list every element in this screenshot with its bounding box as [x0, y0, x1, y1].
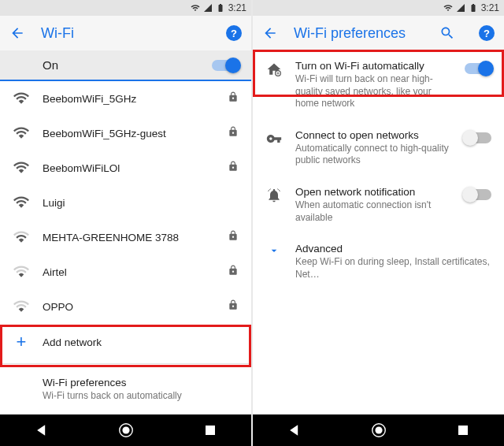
wifi-prefs-title: Wi-Fi preferences — [43, 377, 239, 388]
nav-recent-icon[interactable] — [456, 423, 470, 437]
network-name: Airtel — [43, 266, 215, 278]
add-network-label: Add network — [43, 336, 239, 348]
wifi-signal-icon — [13, 195, 30, 210]
wifi-status-icon — [443, 3, 453, 13]
lock-icon — [228, 299, 239, 314]
pref-sub: Wi-Fi will turn back on near high-qualit… — [295, 73, 452, 110]
svg-rect-6 — [458, 426, 468, 435]
nav-back-icon[interactable] — [34, 422, 50, 438]
status-bar: 3:21 — [253, 0, 504, 16]
nav-back-icon[interactable] — [287, 422, 302, 438]
page-title: Wi-Fi preferences — [294, 25, 424, 42]
phone-left: 3:21 Wi-Fi ? On BeebomWiFi_5GHz BeebomWi… — [0, 0, 251, 446]
lock-icon — [228, 91, 239, 106]
wifi-signal-icon — [13, 91, 30, 106]
lock-icon — [228, 265, 239, 279]
back-icon[interactable] — [262, 25, 278, 41]
network-row[interactable]: BeebomWiFi_5GHz — [0, 81, 251, 116]
network-name: BeebomWiFi_5GHz-guest — [43, 128, 215, 139]
wifi-signal-icon — [13, 299, 30, 314]
nav-bar — [0, 414, 251, 446]
network-name: MEHTA-GREENHOME 3788 — [43, 232, 215, 243]
lock-icon — [228, 230, 239, 244]
svg-point-5 — [376, 426, 383, 433]
divider — [0, 363, 251, 364]
lock-icon — [228, 161, 239, 175]
content-area: Turn on Wi-Fi automatically Wi-Fi will t… — [253, 50, 504, 414]
app-bar: Wi-Fi ? — [0, 16, 251, 50]
network-list: BeebomWiFi_5GHz BeebomWiFi_5GHz-guest Be… — [0, 81, 251, 324]
pref-icon — [265, 243, 283, 257]
back-icon[interactable] — [9, 25, 25, 41]
plus-icon: + — [17, 333, 27, 351]
nav-home-icon[interactable] — [370, 422, 387, 439]
phone-right: 3:21 Wi-Fi preferences ? Turn on Wi-Fi a… — [253, 0, 504, 446]
network-name: BeebomWiFi_5GHz — [43, 93, 215, 105]
clock: 3:21 — [228, 2, 246, 13]
pref-toggle[interactable] — [465, 189, 491, 200]
pref-row[interactable]: Turn on Wi-Fi automatically Wi-Fi will t… — [253, 50, 504, 120]
network-row[interactable]: OPPO — [0, 289, 251, 324]
nav-recent-icon[interactable] — [203, 423, 217, 437]
app-bar: Wi-Fi preferences ? — [253, 16, 504, 50]
signal-status-icon — [456, 3, 465, 13]
wifi-signal-icon — [13, 125, 30, 141]
pref-sub: Automatically connect to high-quality pu… — [295, 143, 452, 167]
wifi-preferences-row[interactable]: Wi-Fi preferences Wi-Fi turns back on au… — [0, 367, 251, 412]
wifi-status-icon — [191, 3, 200, 13]
clock: 3:21 — [481, 2, 499, 13]
pref-icon — [265, 129, 283, 147]
nav-home-icon[interactable] — [117, 422, 135, 439]
pref-toggle[interactable] — [465, 132, 491, 143]
pref-title: Turn on Wi-Fi automatically — [295, 60, 452, 72]
network-row[interactable]: BeebomWiFiLOl — [0, 151, 251, 185]
battery-status-icon — [469, 3, 478, 13]
pref-icon — [265, 60, 283, 77]
pref-title: Connect to open networks — [295, 129, 452, 141]
network-row[interactable]: Airtel — [0, 255, 251, 289]
content-area: On BeebomWiFi_5GHz BeebomWiFi_5GHz-guest… — [0, 50, 251, 414]
pref-sub: When automatic connection isn't availabl… — [295, 199, 452, 224]
pref-icon — [265, 186, 283, 203]
network-row[interactable]: MEHTA-GREENHOME 3788 — [0, 220, 251, 255]
pref-toggle[interactable] — [465, 63, 491, 74]
network-name: Luigi — [43, 197, 239, 209]
svg-rect-2 — [206, 426, 215, 435]
svg-point-1 — [123, 426, 130, 433]
pref-row[interactable]: Advanced Keep Wi-Fi on during sleep, Ins… — [253, 233, 504, 290]
wifi-toggle-label: On — [43, 58, 212, 72]
network-name: OPPO — [43, 301, 215, 313]
wifi-signal-icon — [13, 160, 30, 176]
add-network-row[interactable]: + Add network — [0, 324, 251, 360]
pref-row[interactable]: Connect to open networks Automatically c… — [253, 120, 504, 177]
help-icon[interactable]: ? — [226, 25, 242, 41]
pref-row[interactable]: Open network notification When automatic… — [253, 177, 504, 233]
wifi-signal-icon — [13, 264, 30, 280]
battery-status-icon — [216, 3, 225, 13]
page-title: Wi-Fi — [41, 25, 210, 42]
wifi-toggle-switch[interactable] — [212, 60, 239, 71]
pref-title: Open network notification — [295, 186, 452, 198]
status-bar: 3:21 — [0, 0, 251, 16]
pref-sub: Keep Wi-Fi on during sleep, Install cert… — [295, 256, 491, 281]
nav-bar — [253, 414, 504, 446]
wifi-master-toggle-row[interactable]: On — [0, 50, 251, 81]
wifi-prefs-sub: Wi-Fi turns back on automatically — [43, 390, 239, 403]
signal-status-icon — [203, 3, 213, 13]
pref-title: Advanced — [295, 243, 491, 255]
network-row[interactable]: Luigi — [0, 185, 251, 220]
network-name: BeebomWiFiLOl — [43, 162, 215, 174]
search-icon[interactable] — [439, 25, 455, 41]
lock-icon — [228, 126, 239, 140]
help-icon[interactable]: ? — [479, 25, 495, 41]
wifi-signal-icon — [13, 229, 30, 245]
network-row[interactable]: BeebomWiFi_5GHz-guest — [0, 116, 251, 151]
